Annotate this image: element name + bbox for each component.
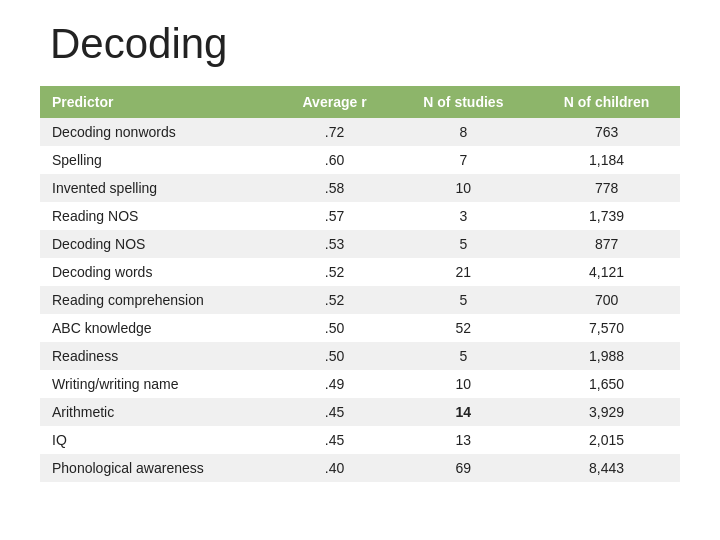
table-row: Reading comprehension.525700	[40, 286, 680, 314]
cell-n-children: 8,443	[533, 454, 680, 482]
cell-predictor: Writing/writing name	[40, 370, 276, 398]
cell-n-children: 2,015	[533, 426, 680, 454]
table-row: Readiness.5051,988	[40, 342, 680, 370]
col-header-n-children: N of children	[533, 86, 680, 118]
cell-predictor: Decoding nonwords	[40, 118, 276, 146]
col-header-n-studies: N of studies	[394, 86, 534, 118]
cell-n-children: 1,184	[533, 146, 680, 174]
cell-n-studies: 10	[394, 174, 534, 202]
cell-avg-r: .60	[276, 146, 394, 174]
page-title: Decoding	[40, 20, 680, 68]
table-row: Decoding nonwords.728763	[40, 118, 680, 146]
cell-n-children: 1,988	[533, 342, 680, 370]
table-header-row: Predictor Average r N of studies N of ch…	[40, 86, 680, 118]
cell-predictor: Readiness	[40, 342, 276, 370]
table-row: Arithmetic.45143,929	[40, 398, 680, 426]
cell-predictor: Invented spelling	[40, 174, 276, 202]
cell-predictor: Arithmetic	[40, 398, 276, 426]
cell-avg-r: .45	[276, 426, 394, 454]
cell-predictor: Decoding words	[40, 258, 276, 286]
table-row: Decoding words.52214,121	[40, 258, 680, 286]
cell-n-studies: 13	[394, 426, 534, 454]
table-row: Invented spelling.5810778	[40, 174, 680, 202]
cell-n-children: 7,570	[533, 314, 680, 342]
cell-n-studies: 5	[394, 230, 534, 258]
table-row: Spelling.6071,184	[40, 146, 680, 174]
cell-avg-r: .40	[276, 454, 394, 482]
cell-avg-r: .50	[276, 342, 394, 370]
table-row: Reading NOS.5731,739	[40, 202, 680, 230]
cell-avg-r: .50	[276, 314, 394, 342]
cell-avg-r: .45	[276, 398, 394, 426]
table-row: Writing/writing name.49101,650	[40, 370, 680, 398]
cell-n-children: 700	[533, 286, 680, 314]
cell-n-children: 778	[533, 174, 680, 202]
cell-predictor: Reading comprehension	[40, 286, 276, 314]
table-row: ABC knowledge.50527,570	[40, 314, 680, 342]
cell-n-studies: 69	[394, 454, 534, 482]
cell-n-children: 877	[533, 230, 680, 258]
cell-n-studies: 5	[394, 342, 534, 370]
cell-avg-r: .57	[276, 202, 394, 230]
table-row: Decoding NOS.535877	[40, 230, 680, 258]
cell-n-studies: 14	[394, 398, 534, 426]
cell-n-studies: 21	[394, 258, 534, 286]
cell-avg-r: .53	[276, 230, 394, 258]
cell-avg-r: .49	[276, 370, 394, 398]
cell-n-studies: 10	[394, 370, 534, 398]
col-header-predictor: Predictor	[40, 86, 276, 118]
cell-avg-r: .52	[276, 286, 394, 314]
cell-n-children: 1,650	[533, 370, 680, 398]
cell-avg-r: .72	[276, 118, 394, 146]
cell-n-children: 3,929	[533, 398, 680, 426]
cell-avg-r: .58	[276, 174, 394, 202]
page-container: Decoding Predictor Average r N of studie…	[0, 0, 720, 540]
cell-n-studies: 5	[394, 286, 534, 314]
col-header-avg-r: Average r	[276, 86, 394, 118]
table-row: Phonological awareness.40698,443	[40, 454, 680, 482]
cell-n-studies: 7	[394, 146, 534, 174]
cell-predictor: Reading NOS	[40, 202, 276, 230]
cell-predictor: ABC knowledge	[40, 314, 276, 342]
cell-n-studies: 3	[394, 202, 534, 230]
table-row: IQ.45132,015	[40, 426, 680, 454]
cell-avg-r: .52	[276, 258, 394, 286]
cell-predictor: IQ	[40, 426, 276, 454]
cell-predictor: Decoding NOS	[40, 230, 276, 258]
cell-n-children: 763	[533, 118, 680, 146]
cell-predictor: Phonological awareness	[40, 454, 276, 482]
data-table: Predictor Average r N of studies N of ch…	[40, 86, 680, 482]
cell-n-children: 4,121	[533, 258, 680, 286]
cell-predictor: Spelling	[40, 146, 276, 174]
cell-n-studies: 8	[394, 118, 534, 146]
cell-n-children: 1,739	[533, 202, 680, 230]
cell-n-studies: 52	[394, 314, 534, 342]
